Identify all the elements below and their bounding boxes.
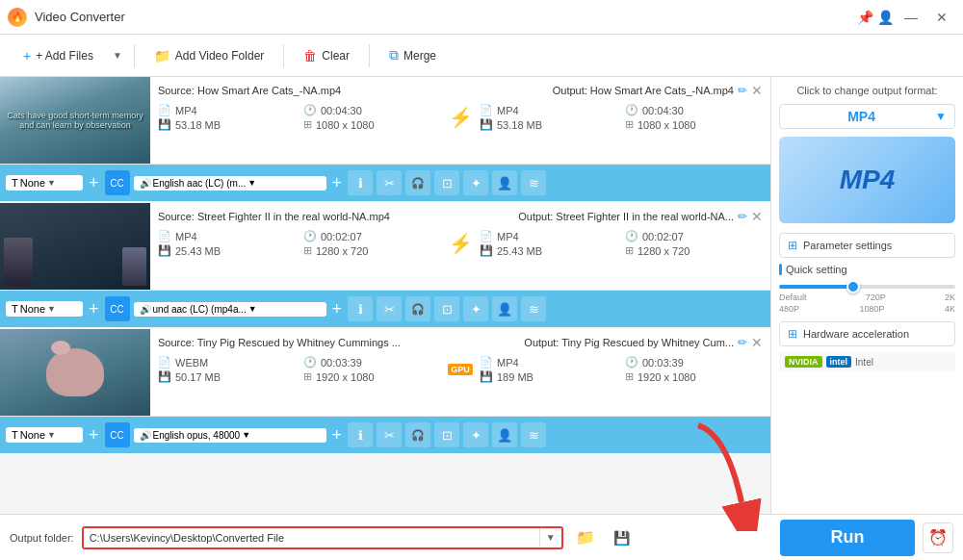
add-subtitle-1[interactable]: + (89, 173, 99, 193)
info-icon-3[interactable]: ℹ (348, 422, 373, 447)
cut-icon-1[interactable]: ✂ (377, 170, 402, 195)
format-name: MP4 (788, 109, 935, 124)
parameter-settings-button[interactable]: ⊞ Parameter settings (779, 233, 955, 258)
source-format-val-2: MP4 (175, 231, 197, 242)
arrow-col-3: GPU (441, 364, 480, 375)
effects-icon-3[interactable]: ✦ (463, 422, 488, 447)
subtitle-select-3[interactable]: T None ▼ (6, 427, 83, 443)
source-res-val-2: 1280 x 720 (316, 245, 368, 257)
source-size-3: 💾 50.17 MB (158, 370, 296, 383)
output-size-2: 💾 25.43 MB (480, 244, 617, 257)
output-duration-3: 🕐 00:03:39 (625, 356, 763, 369)
app-title: Video Converter (35, 10, 125, 24)
quality-thumb[interactable] (846, 280, 860, 293)
audio-arrow-2: ▼ (248, 304, 257, 314)
person-icon-3[interactable]: 👤 (492, 422, 517, 447)
info-icon-1[interactable]: ℹ (348, 170, 373, 195)
output-format-val-1: MP4 (497, 105, 519, 116)
audio-select-1[interactable]: 🔊 English aac (LC) (m... ▼ (134, 176, 326, 191)
edit-icon-3[interactable]: ✏ (738, 336, 747, 349)
file-row-2: Source: Street Fighter II in the real wo… (0, 203, 770, 291)
cut-icon-2[interactable]: ✂ (377, 296, 402, 321)
add-files-button[interactable]: + + Add Files (12, 42, 105, 69)
close-button[interactable]: ✕ (928, 7, 955, 28)
close-file-1[interactable]: ✕ (751, 83, 763, 98)
app-window: 🔥 Video Converter 📌 👤 — ✕ + + Add Files … (0, 0, 963, 560)
hw-acceleration-button[interactable]: ⊞ Hardware acceleration (779, 321, 955, 346)
output-res-3: ⊞ 1920 x 1080 (625, 370, 763, 383)
output-name-3: Output: Tiny Pig Rescued by Whitney Cum.… (524, 337, 734, 348)
effects-icon-1[interactable]: ✦ (463, 170, 488, 195)
add-audio-2[interactable]: + (332, 299, 343, 319)
add-subtitle-2[interactable]: + (89, 299, 99, 319)
output-format-val-2: MP4 (497, 231, 519, 242)
source-details-2: 📄 MP4 🕐 00:02:07 💾 25.43 MB (158, 230, 441, 257)
clear-label: Clear (322, 49, 350, 63)
subtitle-select-1[interactable]: T None ▼ (6, 175, 83, 191)
add-audio-3[interactable]: + (332, 425, 343, 445)
minimize-button[interactable]: — (898, 7, 924, 28)
info-icon-2[interactable]: ℹ (348, 296, 373, 321)
label-default: Default (779, 293, 807, 302)
headphone-icon-3[interactable]: 🎧 (405, 422, 430, 447)
subtitle-select-2[interactable]: T None ▼ (6, 301, 83, 317)
quality-labels: Default 720P 2K (779, 293, 955, 302)
crop-icon-2[interactable]: ⊡ (434, 296, 459, 321)
format-selector[interactable]: MP4 ▼ (779, 104, 955, 129)
headphone-icon-2[interactable]: 🎧 (405, 296, 430, 321)
user-icon[interactable]: 👤 (877, 10, 894, 25)
add-subtitle-3[interactable]: + (89, 425, 99, 445)
add-files-arrow[interactable]: ▼ (109, 44, 126, 66)
output-format-2: 📄 MP4 (480, 230, 617, 242)
fighter-figure-1 (4, 238, 33, 286)
audio-icon-2: 🔊 (140, 304, 151, 315)
person-icon-1[interactable]: 👤 (492, 170, 517, 195)
output-details-1: 📄 MP4 🕐 00:04:30 💾 53.18 MB (480, 104, 763, 131)
output-path-dropdown[interactable]: ▼ (539, 528, 561, 547)
cc-icon-3[interactable]: CC (105, 422, 130, 447)
watermark-icon-2[interactable]: ≋ (521, 296, 546, 321)
add-folder-button[interactable]: 📁 Add Video Folder (143, 42, 276, 69)
audio-icon-1: 🔊 (140, 178, 151, 189)
edit-icon-2[interactable]: ✏ (738, 210, 747, 223)
cut-icon-3[interactable]: ✂ (377, 422, 402, 447)
source-format-val-3: WEBM (175, 357, 208, 369)
headphone-icon-1[interactable]: 🎧 (405, 170, 430, 195)
out-dur-icon-1: 🕐 (625, 104, 638, 116)
add-audio-1[interactable]: + (332, 173, 343, 193)
run-button[interactable]: Run (780, 520, 915, 556)
person-icon-2[interactable]: 👤 (492, 296, 517, 321)
audio-select-3[interactable]: 🔊 English opus, 48000 ▼ (134, 428, 326, 443)
file-row-1: Cats have good short-term memory and can… (0, 77, 770, 165)
nvidia-badge: NVIDIA (785, 356, 822, 368)
controls-row-2: T None ▼ + CC 🔊 und aac (LC) (mp4a... ▼ … (0, 291, 770, 327)
cc-icon-1[interactable]: CC (105, 170, 130, 195)
edit-icon-1[interactable]: ✏ (738, 84, 747, 97)
save-preset-button[interactable]: 💾 (608, 523, 637, 552)
close-file-3[interactable]: ✕ (751, 335, 763, 350)
title-bar-right: 📌 👤 — ✕ (857, 7, 955, 28)
pin-icon[interactable]: 📌 (857, 10, 873, 25)
audio-track-2: und aac (LC) (mp4a... (153, 304, 247, 315)
audio-select-2[interactable]: 🔊 und aac (LC) (mp4a... ▼ (134, 302, 326, 317)
source-duration-2: 🕐 00:02:07 (303, 230, 441, 242)
bottom-bar: Output folder: ▼ 📁 💾 Run ⏰ (0, 514, 963, 560)
effects-icon-2[interactable]: ✦ (463, 296, 488, 321)
output-path-input[interactable] (84, 528, 539, 547)
crop-icon-3[interactable]: ⊡ (434, 422, 459, 447)
size-icon-1: 💾 (158, 118, 171, 131)
alarm-button[interactable]: ⏰ (923, 522, 953, 553)
quality-track[interactable] (779, 285, 955, 289)
watermark-icon-3[interactable]: ≋ (521, 422, 546, 447)
subtitle-T-icon-3: T (12, 429, 18, 441)
clear-button[interactable]: 🗑 Clear (292, 42, 361, 69)
close-file-2[interactable]: ✕ (751, 209, 763, 224)
crop-icon-1[interactable]: ⊡ (434, 170, 459, 195)
watermark-icon-1[interactable]: ≋ (521, 170, 546, 195)
browse-folder-button[interactable]: 📁 (571, 523, 600, 552)
source-name-3: Source: Tiny Pig Rescued by Whitney Cumm… (158, 337, 401, 348)
cc-icon-2[interactable]: CC (105, 296, 130, 321)
file-source-row-3: Source: Tiny Pig Rescued by Whitney Cumm… (158, 335, 763, 350)
merge-button[interactable]: ⧉ Merge (377, 41, 448, 69)
file-row-3: Source: Tiny Pig Rescued by Whitney Cumm… (0, 329, 770, 417)
